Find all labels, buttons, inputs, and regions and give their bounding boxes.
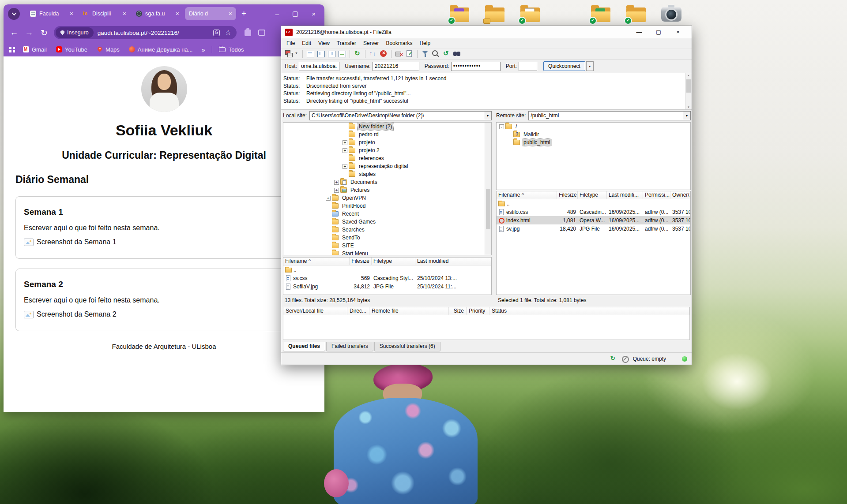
tree-item[interactable]: + OpenVPN — [283, 194, 491, 202]
find-files-icon[interactable] — [452, 49, 462, 58]
tree-expander-icon[interactable] — [326, 243, 331, 248]
translate-icon[interactable] — [213, 30, 220, 36]
column-header-priority[interactable]: Priority — [467, 307, 489, 315]
tree-item[interactable]: Saved Games — [283, 218, 491, 226]
tab-failed-transfers[interactable]: Failed transfers — [326, 342, 373, 351]
bookmark-star-icon[interactable]: ☆ — [225, 29, 231, 36]
tree-expander-icon[interactable] — [343, 172, 347, 177]
tab-successful-transfers[interactable]: Successful transfers (6) — [374, 342, 440, 351]
column-header-remote-file[interactable]: Remote file — [369, 307, 449, 315]
fz-close-button[interactable]: × — [668, 26, 688, 38]
directory-compare-icon[interactable] — [431, 49, 440, 58]
port-input[interactable] — [519, 62, 537, 71]
bookmark-item[interactable]: Аниме Девушка на... — [129, 46, 193, 53]
column-header-last-modified[interactable]: Last modified — [415, 258, 491, 265]
refresh-icon[interactable] — [353, 49, 362, 58]
desktop-icon[interactable] — [518, 2, 542, 26]
quickconnect-button[interactable]: Quickconnect — [543, 61, 585, 71]
browser-close-button[interactable]: × — [312, 10, 316, 18]
desktop-icon[interactable] — [448, 2, 471, 26]
column-header-filesize[interactable]: Filesize — [557, 191, 578, 199]
desktop-icon[interactable] — [659, 2, 683, 26]
cancel-operation-icon[interactable] — [379, 49, 388, 58]
browser-tab[interactable]: Faculda × — [26, 7, 77, 20]
desktop-icon[interactable] — [483, 2, 507, 26]
tree-item[interactable]: pedro rd — [283, 131, 491, 138]
tree-expander-icon[interactable] — [343, 132, 347, 137]
tree-expander-icon[interactable]: + — [343, 140, 347, 145]
tree-item[interactable]: Maildir — [497, 131, 690, 138]
tree-item[interactable]: - / — [497, 123, 690, 131]
browser-maximize-button[interactable]: ▢ — [292, 10, 298, 18]
local-tree-scrollbar[interactable] — [485, 123, 491, 255]
log-scrollbar[interactable] — [685, 73, 692, 109]
tree-expander-icon[interactable] — [326, 251, 331, 256]
file-row[interactable]: sv.jpg 18,420 JPG File 16/09/2025... adf… — [497, 224, 690, 233]
tree-item[interactable]: + projeto 2 — [283, 146, 491, 154]
process-queue-icon[interactable] — [368, 49, 378, 58]
column-header-permissions[interactable]: Permissi... — [643, 191, 670, 199]
tree-expander-icon[interactable]: + — [343, 164, 347, 169]
site-manager-dropdown-icon[interactable] — [294, 49, 300, 58]
column-header-server-local-file[interactable]: Server/Local file — [283, 307, 347, 315]
back-button[interactable]: ← — [9, 28, 19, 37]
filezilla-titlebar[interactable]: 20221216@home.fa.ulisboa.pt - FileZilla … — [281, 26, 692, 38]
desktop-icon[interactable] — [589, 2, 613, 26]
file-row[interactable]: SofiiaV.jpg 34,812 JPG File 25/10/2024 1… — [283, 282, 491, 291]
menu-bookmarks[interactable]: Bookmarks — [382, 39, 416, 47]
address-bar[interactable]: Inseguro gaudi.fa.ulisboa.pt/~20221216/ … — [54, 26, 237, 39]
tree-item[interactable]: staples — [283, 170, 491, 178]
security-badge[interactable]: Inseguro — [56, 27, 94, 38]
tree-item[interactable]: SendTo — [283, 234, 491, 242]
sync-browsing-icon[interactable] — [441, 49, 451, 58]
menu-help[interactable]: Help — [416, 39, 434, 47]
tab-close-icon[interactable]: × — [176, 10, 179, 17]
filter-icon[interactable] — [420, 49, 430, 58]
menu-file[interactable]: File — [283, 39, 298, 47]
tree-item[interactable]: + projeto — [283, 138, 491, 146]
column-header-last-modified[interactable]: Last modifi... — [607, 191, 643, 199]
menu-server[interactable]: Server — [360, 39, 382, 47]
tree-expander-icon[interactable]: + — [334, 180, 339, 185]
tree-expander-icon[interactable] — [326, 235, 331, 240]
column-header-status[interactable]: Status — [489, 307, 689, 315]
tree-expander-icon[interactable] — [507, 132, 512, 137]
fz-minimize-button[interactable]: — — [629, 26, 649, 38]
bookmarks-overflow-button[interactable]: » — [201, 46, 205, 53]
column-header-filetype[interactable]: Filetype — [578, 191, 607, 199]
scrollbar-thumb[interactable] — [686, 79, 691, 93]
file-row[interactable]: .. — [497, 199, 690, 208]
tree-expander-icon[interactable]: + — [334, 188, 339, 193]
local-site-combo[interactable]: C:\Users\sofii\OneDrive\Desktop\New fold… — [309, 111, 492, 120]
column-header-filesize[interactable]: Filesize — [350, 258, 372, 265]
toggle-log-icon[interactable] — [305, 49, 315, 58]
file-row[interactable]: index.html 1,081 Opera W... 16/09/2025..… — [497, 216, 690, 224]
file-row[interactable]: .. — [283, 265, 491, 274]
reload-button[interactable]: ↻ — [39, 28, 49, 38]
tree-item[interactable]: PrintHood — [283, 202, 491, 210]
tab-close-icon[interactable]: × — [229, 10, 232, 17]
tree-item[interactable]: + representação digital — [283, 162, 491, 170]
menu-view[interactable]: View — [315, 39, 333, 47]
tree-expander-icon[interactable]: + — [326, 196, 331, 201]
bookmark-item[interactable]: Gmail — [23, 46, 47, 53]
fz-maximize-button[interactable]: ▢ — [649, 26, 668, 38]
extensions-icon[interactable] — [245, 30, 251, 36]
directory-comparison-icon[interactable] — [405, 49, 414, 58]
column-header-filename[interactable]: Filename — [283, 258, 350, 265]
tree-item[interactable]: public_html — [497, 138, 690, 146]
tree-expander-icon[interactable]: + — [343, 148, 347, 153]
scrollbar-thumb[interactable] — [486, 189, 490, 229]
bookmarks-folder-todos[interactable]: Todos — [219, 46, 244, 53]
tree-item[interactable]: references — [283, 154, 491, 162]
tree-item[interactable]: Recent — [283, 210, 491, 218]
site-manager-icon[interactable] — [284, 49, 294, 58]
queue-state-icon[interactable] — [621, 355, 629, 362]
remote-site-combo[interactable]: /public_html ▼ — [528, 111, 691, 120]
toggle-queue-icon[interactable] — [337, 49, 347, 58]
browser-tab[interactable]: sga.fa.u × — [132, 7, 183, 20]
quickconnect-dropdown-icon[interactable]: ▼ — [586, 61, 594, 71]
tree-expander-icon[interactable] — [326, 204, 331, 209]
host-input[interactable] — [299, 62, 339, 71]
bookmark-item[interactable]: Maps — [97, 46, 120, 53]
